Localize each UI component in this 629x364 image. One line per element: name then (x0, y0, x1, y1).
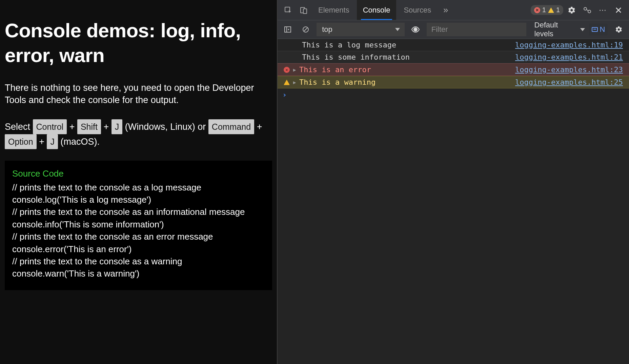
code-line: // prints the text to the console as an … (12, 206, 265, 218)
console-source-link[interactable]: logging-examples.html:23 (515, 65, 625, 74)
context-value: top (322, 25, 332, 34)
kbd-j: J (111, 119, 123, 134)
code-title: Source Code (12, 167, 265, 180)
console-source-link[interactable]: logging-examples.html:25 (515, 78, 625, 86)
console-row-info[interactable]: This is some information logging-example… (278, 51, 629, 63)
console-log-area: This is a log message logging-examples.h… (278, 39, 629, 364)
console-message: This is a warning (298, 78, 515, 86)
svg-point-7 (414, 28, 417, 31)
error-warning-summary[interactable]: ✕ 1 1 (531, 5, 563, 15)
filter-input-wrapper[interactable] (427, 23, 526, 36)
chevron-down-icon (580, 28, 585, 31)
error-icon: ✕ (282, 67, 291, 73)
kbd-plus: + (254, 122, 262, 132)
warning-icon (548, 7, 554, 13)
console-source-link[interactable]: logging-examples.html:19 (515, 41, 625, 49)
code-line: console.error('This is an error') (12, 243, 265, 255)
kbd-prefix: Select (5, 122, 33, 132)
kbd-plus: + (37, 137, 47, 147)
console-row-error[interactable]: ✕ ▸ This is an error logging-examples.ht… (278, 63, 629, 76)
console-message: This is an error (298, 65, 515, 74)
page-title: Console demos: log, info, error, warn (5, 18, 272, 67)
webpage-pane: Console demos: log, info, error, warn Th… (0, 0, 277, 364)
more-options-icon[interactable]: ⋯ (596, 3, 610, 17)
toggle-sidebar-icon[interactable] (281, 22, 295, 37)
close-icon[interactable] (611, 3, 626, 17)
kbd-command: Command (208, 119, 254, 134)
live-expression-icon[interactable] (409, 22, 423, 37)
tab-sources[interactable]: Sources (398, 0, 437, 20)
kbd-option: Option (5, 134, 37, 149)
issues-label: N (600, 25, 605, 34)
source-code-block: Source Code // prints the text to the co… (5, 161, 272, 290)
chevron-double-right-icon: » (443, 5, 448, 15)
clear-console-icon[interactable] (299, 22, 313, 37)
code-line: // prints the text to the console as a w… (12, 255, 265, 267)
kbd-suffix-mac: (macOS). (60, 137, 100, 147)
context-selector[interactable]: top (317, 23, 405, 36)
warning-count: 1 (556, 6, 560, 14)
svg-rect-2 (303, 9, 307, 14)
kbd-control: Control (33, 119, 67, 134)
page-description: There is nothing to see here, you need t… (5, 82, 262, 106)
code-line: // prints the text to the console as an … (12, 230, 265, 243)
devtools-tabbar: Elements Console Sources » ✕ 1 1 ⋯ (278, 0, 629, 20)
tab-elements[interactable]: Elements (312, 0, 356, 20)
issues-icon (592, 27, 598, 32)
console-message: This is a log message (291, 41, 515, 49)
kbd-suffix-win: (Windows, Linux) or (125, 122, 208, 132)
console-settings-icon[interactable] (612, 22, 626, 37)
tab-console[interactable]: Console (357, 0, 397, 20)
kbd-j-mac: J (47, 134, 58, 149)
filter-input[interactable] (431, 25, 522, 34)
warning-icon (282, 80, 291, 85)
levels-label: Default levels (534, 21, 577, 38)
code-line: console.info('This is some information') (12, 218, 265, 230)
error-count: 1 (542, 6, 546, 14)
prompt-chevron-icon: › (282, 90, 287, 99)
console-row-log[interactable]: This is a log message logging-examples.h… (278, 39, 629, 51)
console-message: This is some information (291, 53, 515, 61)
chevron-down-icon (395, 28, 400, 31)
console-row-warn[interactable]: ▸ This is a warning logging-examples.htm… (278, 76, 629, 88)
code-line: console.warn('This is a warning') (12, 267, 265, 280)
inspect-element-icon[interactable] (281, 3, 295, 17)
code-line: console.log('This is a log message') (12, 194, 265, 206)
error-icon: ✕ (534, 7, 540, 13)
experiments-icon[interactable] (580, 3, 594, 17)
console-source-link[interactable]: logging-examples.html:21 (515, 53, 625, 61)
log-levels-selector[interactable]: Default levels (534, 21, 585, 38)
console-prompt[interactable]: › (278, 88, 629, 101)
issues-button[interactable]: N (589, 24, 608, 35)
kbd-shift: Shift (77, 119, 101, 134)
more-tabs-icon[interactable]: » (439, 3, 453, 17)
expand-arrow-icon[interactable]: ▸ (291, 65, 298, 74)
expand-arrow-icon[interactable]: ▸ (291, 78, 298, 86)
device-toolbar-icon[interactable] (297, 3, 311, 17)
code-line: // prints the text to the console as a l… (12, 181, 265, 194)
kbd-plus: + (101, 122, 111, 132)
kbd-plus: + (67, 122, 77, 132)
settings-icon[interactable] (565, 3, 579, 17)
console-toolbar: top Default levels N (278, 20, 629, 39)
keyboard-shortcut-help: Select Control + Shift + J (Windows, Lin… (5, 119, 272, 149)
devtools-pane: Elements Console Sources » ✕ 1 1 ⋯ top (277, 0, 629, 364)
